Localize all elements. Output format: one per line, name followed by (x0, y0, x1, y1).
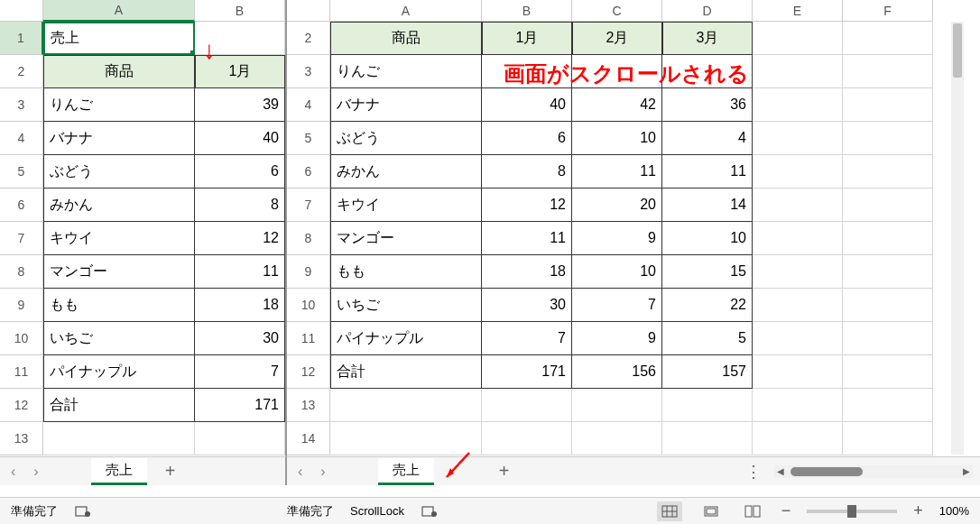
normal-view-button[interactable] (657, 501, 682, 521)
page-break-view-button[interactable] (740, 501, 765, 521)
row-header[interactable]: 12 (0, 389, 43, 422)
col-header-D[interactable]: D (662, 0, 753, 22)
cell[interactable]: りんご (43, 88, 195, 122)
fill-handle[interactable] (190, 51, 195, 55)
add-sheet-button[interactable]: + (158, 461, 183, 482)
page-layout-view-button[interactable] (698, 501, 724, 521)
cell[interactable]: バナナ (330, 88, 482, 122)
tab-active[interactable]: 売上 (378, 458, 434, 485)
cell[interactable]: 22 (662, 289, 753, 322)
cell[interactable]: 11 (482, 222, 572, 255)
cell[interactable] (843, 222, 933, 255)
cell[interactable] (753, 155, 843, 188)
cell-header[interactable]: 商品 (330, 22, 482, 55)
cell[interactable] (753, 255, 843, 289)
cell[interactable]: 9 (572, 222, 662, 255)
cell[interactable]: もも (43, 289, 195, 322)
cell[interactable] (753, 389, 843, 422)
cell[interactable] (572, 55, 662, 88)
cell[interactable] (843, 188, 933, 222)
col-header-C[interactable]: C (572, 0, 662, 22)
cell[interactable] (482, 389, 572, 422)
row-header[interactable]: 5 (0, 155, 43, 188)
cell-header[interactable]: 3月 (662, 22, 753, 55)
row-header[interactable]: 1 (0, 22, 43, 55)
row-header[interactable]: 11 (0, 355, 43, 389)
cell[interactable] (753, 289, 843, 322)
cell[interactable] (843, 322, 933, 355)
row-header[interactable]: 4 (0, 122, 43, 155)
add-sheet-button[interactable]: + (492, 461, 517, 482)
col-header-A[interactable]: A (330, 0, 482, 22)
cell[interactable]: パイナップル (330, 322, 482, 355)
select-all-corner[interactable] (287, 0, 330, 22)
cell[interactable] (843, 255, 933, 289)
scrollbar-thumb[interactable] (953, 23, 962, 78)
cell[interactable]: 39 (195, 88, 285, 122)
row-header[interactable]: 6 (0, 188, 43, 222)
cell[interactable]: 7 (195, 355, 285, 389)
horizontal-scrollbar[interactable]: ◀ ▶ (774, 465, 973, 478)
cell[interactable]: 8 (195, 188, 285, 222)
cell[interactable]: 157 (662, 355, 753, 389)
cell[interactable] (482, 422, 572, 455)
row-header[interactable]: 7 (0, 222, 43, 255)
cell[interactable] (843, 55, 933, 88)
col-header-B[interactable]: B (195, 0, 285, 22)
row-header[interactable]: 12 (287, 355, 330, 389)
cell[interactable]: 5 (662, 322, 753, 355)
cell[interactable] (843, 122, 933, 155)
cell[interactable] (843, 155, 933, 188)
cell-header[interactable]: 2月 (572, 22, 662, 55)
row-header[interactable]: 3 (0, 88, 43, 122)
zoom-slider[interactable] (807, 510, 897, 513)
cell[interactable] (753, 22, 843, 55)
row-header[interactable]: 14 (287, 422, 330, 455)
cell[interactable] (662, 55, 753, 88)
cell[interactable]: 6 (195, 155, 285, 188)
cell[interactable] (753, 322, 843, 355)
cell[interactable] (843, 355, 933, 389)
cell[interactable] (843, 289, 933, 322)
cell[interactable] (753, 88, 843, 122)
cell[interactable]: マンゴー (43, 255, 195, 289)
cell[interactable] (572, 389, 662, 422)
cell[interactable] (753, 55, 843, 88)
tab-prev-button[interactable]: ‹ (294, 464, 306, 480)
zoom-in-button[interactable]: + (913, 501, 923, 520)
row-header[interactable]: 9 (287, 255, 330, 289)
cell[interactable] (843, 88, 933, 122)
col-header-F[interactable]: F (843, 0, 933, 22)
cell[interactable]: 7 (572, 289, 662, 322)
macro-record-icon[interactable] (74, 503, 92, 519)
row-header[interactable]: 13 (0, 422, 43, 455)
cell[interactable]: 合計 (43, 389, 195, 422)
cell[interactable]: 15 (662, 255, 753, 289)
cell[interactable]: 18 (482, 255, 572, 289)
cell[interactable] (843, 389, 933, 422)
cell[interactable] (43, 422, 195, 455)
cell[interactable] (843, 22, 933, 55)
cell[interactable]: キウイ (330, 188, 482, 222)
cell[interactable]: 10 (662, 222, 753, 255)
cell[interactable] (330, 389, 482, 422)
row-header[interactable]: 10 (0, 322, 43, 355)
scroll-left-icon[interactable]: ◀ (774, 466, 787, 476)
cell[interactable] (195, 422, 285, 455)
cell[interactable]: 30 (482, 289, 572, 322)
cell[interactable]: 11 (662, 155, 753, 188)
cell-header[interactable]: 1月 (482, 22, 572, 55)
cell[interactable]: 171 (195, 389, 285, 422)
row-header[interactable]: 2 (0, 55, 43, 88)
cell-header[interactable]: 1月 (195, 55, 285, 88)
cell-A1[interactable]: 売上 (43, 22, 195, 55)
cell[interactable]: キウイ (43, 222, 195, 255)
cell[interactable]: 12 (195, 222, 285, 255)
cell[interactable]: バナナ (43, 122, 195, 155)
cell[interactable]: 10 (572, 255, 662, 289)
cell[interactable]: パイナップル (43, 355, 195, 389)
row-header[interactable]: 8 (0, 255, 43, 289)
macro-record-icon[interactable] (421, 503, 439, 519)
cell-header[interactable]: 商品 (43, 55, 195, 88)
row-header[interactable]: 10 (287, 289, 330, 322)
